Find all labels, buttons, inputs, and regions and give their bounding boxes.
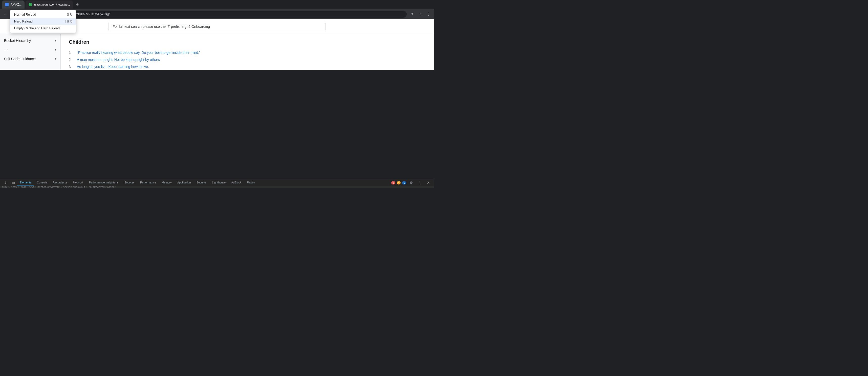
- tab-performance[interactable]: Performance: [137, 180, 159, 185]
- tab-lighthouse[interactable]: Lighthouse: [209, 180, 228, 185]
- tab-adblock[interactable]: AdBlock: [229, 180, 244, 185]
- tab-sources[interactable]: Sources: [122, 180, 137, 185]
- info-badge: 1: [402, 181, 406, 184]
- quote-num-3: 3: [69, 65, 74, 69]
- main-area: For full text search please use the '?' …: [0, 19, 434, 179]
- tab-bar: AMAZ... glassthought.com/notes/pp... +: [0, 0, 434, 9]
- error-badge: 2: [391, 181, 395, 184]
- hard-reload-label: Hard Reload: [14, 20, 33, 23]
- search-banner: For full text search please use the '?' …: [108, 22, 326, 31]
- quote-text-2[interactable]: A man must be upright; Not be kept uprig…: [77, 58, 160, 62]
- tab-main[interactable]: glassthought.com/notes/pp...: [26, 1, 73, 9]
- tab-console[interactable]: Console: [34, 180, 50, 185]
- sidebar-item-bucket[interactable]: Bucket Hierarchy ▾: [0, 36, 60, 45]
- browser-menu-icon[interactable]: ⋮: [425, 11, 432, 18]
- children-title: Children: [69, 39, 426, 45]
- notes-main: Children 1 "Practice really hearing what…: [61, 34, 434, 70]
- tab-elements[interactable]: Elements: [17, 180, 34, 185]
- tab-performance-insights[interactable]: Performance Insights ▲: [87, 180, 121, 185]
- tab-redux[interactable]: Redux: [244, 180, 257, 185]
- tab-application[interactable]: Application: [175, 180, 193, 185]
- settings-icon[interactable]: ⚙: [408, 179, 415, 186]
- sidebar-item-separator[interactable]: — ▾: [0, 45, 60, 54]
- bookmark-icon[interactable]: ☆: [417, 11, 424, 18]
- context-menu-item-empty-cache[interactable]: Empty Cache and Hard Reload: [10, 25, 76, 32]
- normal-reload-shortcut: ⌘R: [66, 13, 72, 16]
- share-icon[interactable]: ⬆: [409, 11, 416, 18]
- chevron-down-icon-self: ▾: [55, 57, 56, 61]
- warning-badge: 4: [397, 181, 401, 184]
- chevron-down-icon-bucket: ▾: [55, 39, 56, 42]
- devtools-tab-bar: ⊹ ▭ Elements Console Recorder ▲ Network …: [0, 179, 434, 186]
- devtools-picker-icon[interactable]: ⊹: [2, 179, 9, 186]
- hard-reload-shortcut: ⇧⌘R: [64, 20, 72, 23]
- address-bar[interactable]: 🔒 glassthought.com/notes/pp1mt81k7zek1ms…: [29, 11, 407, 18]
- tab-favicon-main: [29, 3, 32, 6]
- quote-item-3: 3 As long as you live, Keep learning how…: [69, 63, 426, 70]
- tab-label: AMAZ...: [11, 3, 22, 6]
- devtools-panel: ⊹ ▭ Elements Console Recorder ▲ Network …: [0, 179, 434, 188]
- chevron-down-icon-sep: ▾: [55, 48, 56, 52]
- back-button[interactable]: ←: [2, 11, 9, 18]
- tab-label-main: glassthought.com/notes/pp...: [34, 3, 70, 6]
- quote-num-2: 2: [69, 58, 74, 62]
- sidebar-separator-label: —: [4, 48, 8, 52]
- sidebar-self-code-label: Self Code Guidance: [4, 57, 36, 61]
- tab-recorder[interactable]: Recorder ▲: [50, 180, 70, 185]
- quote-text-1[interactable]: "Practice really hearing what people say…: [77, 50, 200, 55]
- tab-network[interactable]: Network: [70, 180, 86, 185]
- normal-reload-label: Normal Reload: [14, 13, 36, 16]
- new-tab-button[interactable]: +: [74, 1, 81, 8]
- context-menu: Normal Reload ⌘R Hard Reload ⇧⌘R Empty C…: [10, 10, 76, 33]
- tab-security[interactable]: Security: [194, 180, 209, 185]
- context-menu-item-normal-reload[interactable]: Normal Reload ⌘R: [10, 11, 76, 18]
- tab-amaz[interactable]: AMAZ...: [2, 1, 25, 9]
- sidebar-item-self-code[interactable]: Self Code Guidance ▾: [0, 54, 60, 63]
- quote-item-1: 1 "Practice really hearing what people s…: [69, 49, 426, 56]
- devtools-device-icon[interactable]: ▭: [10, 179, 17, 186]
- quote-num-1: 1: [69, 50, 74, 55]
- quote-text-3[interactable]: As long as you live, Keep learning how t…: [77, 65, 149, 69]
- quote-item-2: 2 A man must be upright; Not be kept upr…: [69, 56, 426, 63]
- context-menu-item-hard-reload[interactable]: Hard Reload ⇧⌘R: [10, 18, 76, 25]
- empty-cache-label: Empty Cache and Hard Reload: [14, 26, 60, 30]
- tab-favicon: [5, 3, 9, 6]
- tab-memory[interactable]: Memory: [159, 180, 174, 185]
- more-icon[interactable]: ⋮: [416, 179, 423, 186]
- browser-window: AMAZ... glassthought.com/notes/pp... + ←…: [0, 0, 434, 188]
- sidebar-bucket-label: Bucket Hierarchy: [4, 39, 31, 43]
- close-devtools-icon[interactable]: ✕: [425, 179, 432, 186]
- notes-sidebar: Bucket Hierarchy ▾ — ▾ Self Code Guidanc…: [0, 34, 61, 70]
